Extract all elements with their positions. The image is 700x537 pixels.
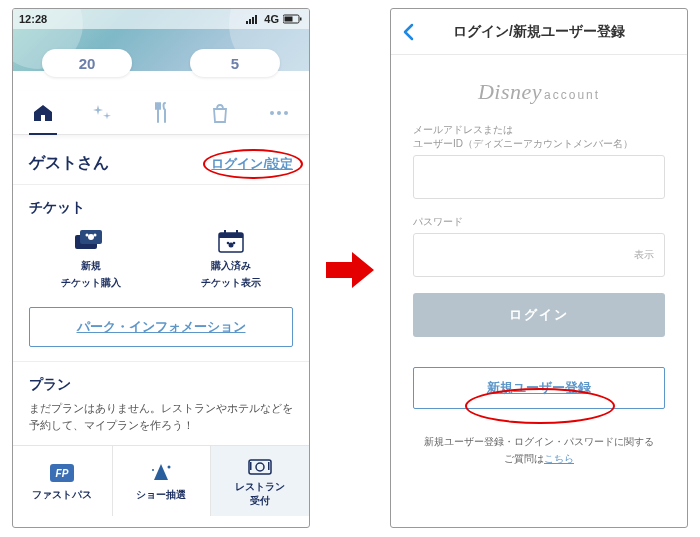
disney-account-logo: Disneyaccount xyxy=(391,55,687,123)
ticket-new-icon xyxy=(73,229,109,255)
status-network: 4G xyxy=(264,13,279,25)
screen-home: 12:28 4G 20 5 xyxy=(12,8,310,528)
password-show-toggle[interactable]: 表示 xyxy=(634,248,654,262)
tab-bar xyxy=(13,91,309,135)
email-label: メールアドレスまたは ユーザーID（ディズニーアカウントメンバー名） xyxy=(413,123,665,151)
screen-login: ログイン/新規ユーザー登録 Disneyaccount メールアドレスまたは ユ… xyxy=(390,8,688,528)
svg-rect-2 xyxy=(252,17,254,24)
plan-item-label: ファストパス xyxy=(32,488,92,502)
svg-rect-29 xyxy=(268,462,270,470)
svg-point-7 xyxy=(270,111,274,115)
svg-point-9 xyxy=(284,111,288,115)
svg-point-12 xyxy=(86,234,89,237)
tab-food[interactable] xyxy=(141,91,181,135)
svg-rect-3 xyxy=(255,15,257,24)
svg-rect-0 xyxy=(246,21,248,24)
password-label: パスワード xyxy=(413,215,665,229)
svg-point-14 xyxy=(88,234,94,240)
password-field[interactable]: 表示 xyxy=(413,233,665,277)
svg-rect-6 xyxy=(300,18,302,21)
plan-item-label: レストラン 受付 xyxy=(235,480,285,508)
map-pill[interactable]: 5 xyxy=(190,49,280,77)
login-settings-link[interactable]: ログイン/設定 xyxy=(211,155,293,173)
fastpass-icon: FP xyxy=(48,462,76,484)
home-icon xyxy=(32,103,54,123)
section-title-plan: プラン xyxy=(13,362,309,400)
svg-rect-28 xyxy=(250,462,252,470)
plan-row[interactable]: FP ファストパス ショー抽選 レストラン 受付 ショ xyxy=(13,445,309,516)
wizard-hat-icon xyxy=(149,462,173,484)
tab-home[interactable] xyxy=(23,91,63,135)
signal-icon xyxy=(246,14,260,24)
plan-item-show-lottery[interactable]: ショー抽選 xyxy=(112,446,211,516)
svg-rect-18 xyxy=(236,230,238,235)
login-button[interactable]: ログイン xyxy=(413,293,665,337)
restaurant-plate-icon xyxy=(247,456,273,476)
back-button[interactable] xyxy=(401,9,415,54)
battery-icon xyxy=(283,14,303,24)
plan-item-restaurant[interactable]: レストラン 受付 xyxy=(210,446,309,516)
register-button[interactable]: 新規ユーザー登録 xyxy=(413,367,665,409)
brand-main: Disney xyxy=(478,79,542,104)
status-time: 12:28 xyxy=(19,13,47,25)
tab-attractions[interactable] xyxy=(82,91,122,135)
svg-point-8 xyxy=(277,111,281,115)
login-header: ログイン/新規ユーザー登録 xyxy=(391,9,687,55)
svg-point-24 xyxy=(168,466,171,469)
svg-rect-17 xyxy=(224,230,226,235)
map-pills: 20 5 xyxy=(13,49,309,77)
plan-item-fastpass[interactable]: FP ファストパス xyxy=(13,446,112,516)
tab-shopping[interactable] xyxy=(200,91,240,135)
ticket-purchased-line1: 購入済み xyxy=(211,259,251,272)
svg-text:FP: FP xyxy=(56,468,69,479)
guest-name: ゲストさん xyxy=(29,153,109,174)
status-bar: 12:28 4G xyxy=(13,9,309,29)
fork-knife-icon xyxy=(152,102,170,124)
email-field[interactable] xyxy=(413,155,665,199)
help-text: 新規ユーザー登録・ログイン・パスワードに関する ご質問はこちら xyxy=(413,433,665,467)
svg-point-25 xyxy=(152,469,154,471)
ticket-new-line1: 新規 xyxy=(81,259,101,272)
flow-arrow-icon xyxy=(324,250,376,290)
svg-rect-16 xyxy=(219,233,243,238)
chevron-left-icon xyxy=(401,23,415,41)
ticket-purchased-line2: チケット表示 xyxy=(201,276,261,289)
park-info-button[interactable]: パーク・インフォメーション xyxy=(29,307,293,347)
map-pill[interactable]: 20 xyxy=(42,49,132,77)
calendar-ticket-icon xyxy=(213,229,249,255)
svg-point-13 xyxy=(94,234,97,237)
ticket-purchased-button[interactable]: 購入済み チケット表示 xyxy=(201,229,261,289)
svg-rect-26 xyxy=(249,460,271,474)
help-link[interactable]: こちら xyxy=(544,453,574,464)
svg-point-21 xyxy=(229,243,234,248)
more-icon xyxy=(268,109,290,117)
brand-sub: account xyxy=(544,88,600,102)
plan-item-label: ショー抽選 xyxy=(136,488,186,502)
tab-more[interactable] xyxy=(259,91,299,135)
svg-point-27 xyxy=(256,463,264,471)
svg-rect-1 xyxy=(249,19,251,24)
section-title-tickets: チケット xyxy=(13,185,309,223)
ticket-new-line2: チケット購入 xyxy=(61,276,121,289)
login-header-title: ログイン/新規ユーザー登録 xyxy=(391,23,687,41)
status-right: 4G xyxy=(246,13,303,25)
plan-empty-text: まだプランはありません。レストランやホテルなどを予約して、マイプランを作ろう！ xyxy=(13,400,309,445)
svg-rect-5 xyxy=(285,17,293,22)
shopping-bag-icon xyxy=(211,103,229,123)
sparkle-icon xyxy=(92,103,112,123)
ticket-new-button[interactable]: 新規 チケット購入 xyxy=(61,229,121,289)
